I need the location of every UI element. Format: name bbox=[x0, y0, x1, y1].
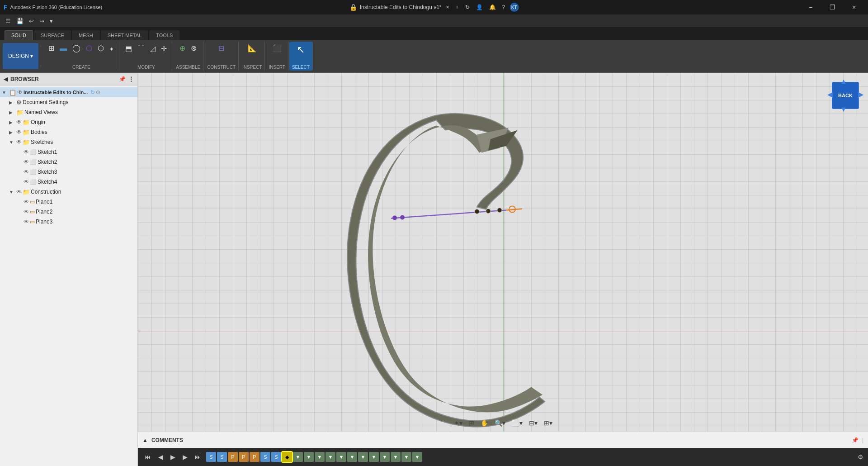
browser-collapse-icon[interactable]: ◀ bbox=[4, 76, 8, 82]
eye-icon-sketch2[interactable]: 👁 bbox=[24, 159, 29, 165]
tl-solid-icon-1[interactable]: ▼ bbox=[293, 452, 303, 462]
timeline-settings-icon[interactable]: ⚙ bbox=[858, 453, 863, 461]
fillet-btn[interactable]: ⌒ bbox=[135, 43, 147, 55]
tab-surface[interactable]: SURFACE bbox=[34, 30, 71, 40]
tl-solid-icon-6[interactable]: ▼ bbox=[347, 452, 357, 462]
browser-item-bodies[interactable]: ▶ 👁 📁 Bodies bbox=[7, 127, 137, 137]
play-btn[interactable]: ▶ bbox=[168, 452, 178, 461]
expand-sketches-arrow[interactable]: ▼ bbox=[9, 140, 15, 145]
eye-icon-plane1[interactable]: 👁 bbox=[24, 199, 29, 205]
tl-sketch-icon-4[interactable]: S bbox=[271, 452, 281, 462]
help-icon[interactable]: ? bbox=[500, 4, 507, 10]
revolve-btn[interactable]: ◯ bbox=[70, 43, 83, 54]
display-mode-btn[interactable]: ⊟▾ bbox=[527, 418, 540, 428]
step-back-btn[interactable]: ◀ bbox=[156, 452, 165, 461]
browser-item-sketch3[interactable]: ▶ 👁 ⬜ Sketch3 bbox=[14, 167, 137, 177]
close-tab-btn[interactable]: × bbox=[444, 4, 451, 10]
notification-icon[interactable]: 🔔 bbox=[487, 4, 498, 10]
browser-item-sketch2[interactable]: ▶ 👁 ⬜ Sketch2 bbox=[14, 157, 137, 167]
eye-icon-plane3[interactable]: 👁 bbox=[24, 219, 29, 225]
tl-solid-icon-7[interactable]: ▼ bbox=[358, 452, 368, 462]
play-to-end-btn[interactable]: ⏭ bbox=[193, 452, 203, 461]
loft-btn[interactable]: ⬧ bbox=[107, 43, 116, 54]
tl-construct-icon-1[interactable]: P bbox=[228, 452, 238, 462]
tl-solid-icon-2[interactable]: ▼ bbox=[304, 452, 314, 462]
pan-btn[interactable]: ✋ bbox=[478, 418, 491, 428]
tl-solid-icon-8[interactable]: ▼ bbox=[369, 452, 379, 462]
zoom-btn[interactable]: 🔍▾ bbox=[492, 418, 508, 428]
browser-item-plane2[interactable]: ▶ 👁 ▭ Plane2 bbox=[14, 207, 137, 217]
browser-item-namedviews[interactable]: ▶ 📁 Named Views bbox=[7, 107, 137, 117]
browser-item-sketch1[interactable]: ▶ 👁 ⬜ Sketch1 bbox=[14, 147, 137, 157]
eye-icon-plane2[interactable]: 👁 bbox=[24, 209, 29, 215]
save-btn[interactable]: 💾 bbox=[14, 17, 25, 25]
redo-btn[interactable]: ↪ bbox=[38, 17, 46, 25]
close-btn[interactable]: × bbox=[844, 0, 864, 14]
measure-btn[interactable]: 📐 bbox=[245, 43, 259, 54]
shell-btn[interactable]: ⬡ bbox=[95, 43, 106, 54]
browser-item-sketch4[interactable]: ▶ 👁 ⬜ Sketch4 bbox=[14, 177, 137, 187]
step-forward-btn[interactable]: ▶ bbox=[180, 452, 190, 461]
refresh-icon[interactable]: ↻ bbox=[463, 4, 472, 10]
tab-mesh[interactable]: MESH bbox=[72, 30, 100, 40]
browser-item-origin[interactable]: ▶ 👁 📁 Origin bbox=[7, 117, 137, 127]
tl-solid-icon-11[interactable]: ▼ bbox=[401, 452, 411, 462]
browser-item-docsettings[interactable]: ▶ ⚙ Document Settings bbox=[7, 97, 137, 107]
tl-solid-icon-3[interactable]: ▼ bbox=[315, 452, 325, 462]
expand-origin-arrow[interactable]: ▶ bbox=[9, 120, 15, 125]
eye-icon-sketch1[interactable]: 👁 bbox=[24, 149, 29, 155]
tl-sketch-icon-3[interactable]: S bbox=[260, 452, 270, 462]
expand-root-arrow[interactable]: ▼ bbox=[2, 90, 8, 95]
tl-construct-icon-2[interactable]: P bbox=[239, 452, 249, 462]
expand-bodies-arrow[interactable]: ▶ bbox=[9, 130, 15, 135]
browser-item-plane3[interactable]: ▶ 👁 ▭ Plane3 bbox=[14, 217, 137, 227]
comments-collapse-icon[interactable]: ▲ bbox=[142, 437, 148, 443]
joint-btn[interactable]: ⊕ bbox=[177, 43, 188, 54]
tl-solid-icon-5[interactable]: ▼ bbox=[336, 452, 346, 462]
tl-selected-icon[interactable]: ◆ bbox=[282, 452, 292, 462]
browser-item-root[interactable]: ▼ 📋 👁 Instructable Edits to Chin... ↻ ⊙ bbox=[0, 87, 137, 97]
refresh-icon-root[interactable]: ↻ bbox=[90, 89, 95, 95]
expand-construction-arrow[interactable]: ▼ bbox=[9, 190, 15, 195]
design-mode-btn[interactable]: DESIGN ▾ bbox=[3, 43, 38, 69]
view-btn[interactable]: ⬜▾ bbox=[509, 418, 525, 428]
new-component-btn[interactable]: ⊞ bbox=[46, 43, 57, 54]
cube-bottom-arrow[interactable]: ▼ bbox=[840, 105, 847, 114]
profile-icon[interactable]: 👤 bbox=[474, 4, 485, 10]
grid-snap-btn[interactable]: ⊞ bbox=[467, 418, 476, 428]
tl-sketch-icon-2[interactable]: S bbox=[217, 452, 227, 462]
options-icon-root[interactable]: ⊙ bbox=[96, 89, 100, 95]
grid-btn[interactable]: ⊞▾ bbox=[542, 418, 555, 428]
undo-btn[interactable]: ↩ bbox=[27, 17, 36, 25]
browser-pin-icon[interactable]: 📌 bbox=[119, 76, 126, 82]
expand-docsettings-arrow[interactable]: ▶ bbox=[9, 100, 15, 105]
eye-icon-construction[interactable]: 👁 bbox=[16, 189, 22, 195]
tl-sketch-icon-1[interactable]: S bbox=[206, 452, 216, 462]
tl-solid-icon-9[interactable]: ▼ bbox=[380, 452, 390, 462]
insert-btn[interactable]: ⬛ bbox=[270, 43, 284, 54]
snap-btn[interactable]: ✦▾ bbox=[452, 418, 465, 428]
restore-btn[interactable]: ❐ bbox=[822, 0, 843, 14]
eye-icon-root[interactable]: 👁 bbox=[17, 89, 23, 95]
nav-cube[interactable]: BACK ◀ ▶ ▲ ▼ bbox=[827, 77, 863, 114]
tab-solid[interactable]: SOLID bbox=[5, 30, 33, 40]
minimize-btn[interactable]: − bbox=[800, 0, 821, 14]
browser-more-icon[interactable]: ⋮ bbox=[128, 76, 134, 82]
cube-right-arrow[interactable]: ▶ bbox=[858, 90, 863, 99]
move-btn[interactable]: ✛ bbox=[159, 43, 169, 54]
extrude-btn[interactable]: ▬ bbox=[57, 43, 69, 54]
tab-sheetmetal[interactable]: SHEET METAL bbox=[101, 30, 148, 40]
undo-dropdown[interactable]: ▾ bbox=[48, 17, 55, 25]
eye-icon-bodies[interactable]: 👁 bbox=[16, 129, 22, 135]
eye-icon-sketch4[interactable]: 👁 bbox=[24, 179, 29, 185]
menu-btn[interactable]: ☰ bbox=[4, 17, 13, 25]
document-tab[interactable]: 🔒 Instructable Edits to Chindogu v1* × +… bbox=[349, 3, 519, 12]
play-to-start-btn[interactable]: ⏮ bbox=[142, 452, 153, 461]
joint2-btn[interactable]: ⊗ bbox=[189, 43, 199, 54]
tl-solid-icon-10[interactable]: ▼ bbox=[391, 452, 401, 462]
browser-item-plane1[interactable]: ▶ 👁 ▭ Plane1 bbox=[14, 197, 137, 207]
eye-icon-origin[interactable]: 👁 bbox=[16, 119, 22, 125]
comments-pin-icon[interactable]: 📌 bbox=[852, 437, 859, 443]
browser-item-sketches[interactable]: ▼ 👁 📁 Sketches bbox=[7, 137, 137, 147]
eye-icon-sketch3[interactable]: 👁 bbox=[24, 169, 29, 175]
